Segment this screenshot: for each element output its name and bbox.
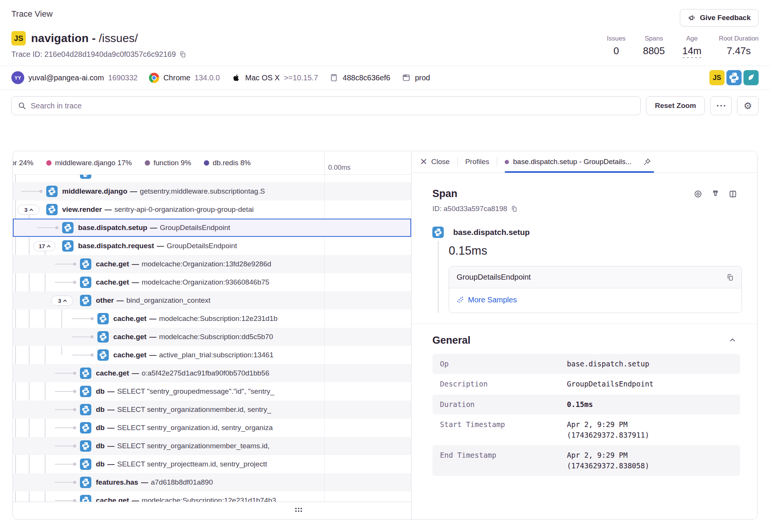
- span-op: cache.get: [113, 351, 147, 359]
- chrome-icon: [149, 73, 159, 83]
- more-samples-link[interactable]: More Samples: [457, 296, 517, 304]
- span-description: SELECT sentry_organizationmember_teams.i…: [117, 442, 269, 450]
- span-row[interactable]: 3other—bind_organization_context: [13, 291, 411, 310]
- span-row[interactable]: cache.get—modelcache:Subscription:12e231…: [13, 491, 411, 502]
- stat-label: Root Duration: [719, 35, 759, 42]
- avatar: YY: [11, 71, 24, 84]
- span-id: ID: a50d33a597ca8198: [432, 205, 507, 213]
- active-span-tab[interactable]: base.dispatch.setup - GroupDetails...: [505, 155, 654, 169]
- legend-item-db-redis[interactable]: db.redis 8%: [204, 159, 250, 167]
- span-row[interactable]: db—SELECT sentry_projectteam.id, sentry_…: [13, 455, 411, 473]
- span-row[interactable]: cache.get—modelcache:Organization:936608…: [13, 273, 411, 291]
- focus-icon[interactable]: [693, 189, 703, 199]
- collapse-badge[interactable]: 17: [33, 241, 55, 251]
- span-row[interactable]: db—SELECT "sentry_groupedmessage"."id", …: [13, 382, 411, 401]
- copy-icon[interactable]: [511, 205, 518, 212]
- legend-item-or[interactable]: or 24%: [13, 159, 33, 167]
- span-row-content: 3view.render—sentry-api-0-organization-g…: [13, 200, 324, 219]
- tree-connector-line: [72, 318, 92, 319]
- python-icon: [80, 175, 91, 179]
- legend-item-function[interactable]: function 9%: [145, 159, 191, 167]
- span-op: base.dispatch.request: [78, 242, 154, 250]
- tree-connector-line: [55, 373, 75, 374]
- tree-connector-line: [55, 264, 75, 264]
- window-icon: [402, 73, 411, 82]
- kv-key: Op: [440, 359, 567, 369]
- span-row[interactable]: cache.get—modelcache:Subscription:dd5c5b…: [13, 328, 411, 346]
- flashlight-icon[interactable]: [711, 189, 720, 199]
- separator: —: [157, 242, 164, 250]
- stat-spans: Spans8805: [643, 35, 665, 58]
- device-info: 488c8c636ef6: [329, 73, 390, 82]
- span-row[interactable]: 17base.dispatch.request—GroupDetailsEndp…: [13, 237, 411, 255]
- legend-label: function 9%: [153, 159, 191, 167]
- tree-connector-dot: [73, 481, 76, 484]
- search-input[interactable]: [31, 102, 634, 110]
- span-description: a7d618b8df01a890: [151, 478, 213, 487]
- separator: —: [132, 496, 139, 502]
- copy-icon[interactable]: [179, 51, 186, 58]
- span-description: modelcache:Organization:13fd28e9286d: [142, 260, 271, 268]
- javascript-platform-icon: JS: [709, 70, 725, 85]
- pin-icon[interactable]: [640, 155, 654, 169]
- span-row[interactable]: features.has—a7d618b8df01a890: [13, 473, 411, 491]
- drag-handle-icon[interactable]: [295, 508, 303, 513]
- os-info: Mac OS X >=10.15.7: [231, 73, 318, 83]
- collapse-badge[interactable]: 3: [17, 205, 39, 215]
- stat-value: 0: [613, 45, 619, 57]
- stat-label: Spans: [645, 35, 663, 42]
- span-row[interactable]: base.dispatch.setup—GroupDetailsEndpoint: [13, 219, 411, 237]
- search-box[interactable]: [11, 96, 641, 115]
- tree-connector-line: [55, 282, 75, 283]
- kv-value: Apr 2, 9:29 PM(1743629372.838058): [567, 450, 649, 471]
- span-row[interactable]: 3view.render—sentry-api-0-organization-g…: [13, 200, 411, 219]
- copy-icon[interactable]: [726, 274, 734, 281]
- span-row-content: middleware.django—getsentry.middleware.s…: [13, 182, 324, 200]
- close-tab[interactable]: ✕ Close: [420, 157, 450, 166]
- span-description: SELECT sentry_organization.id, sentry_or…: [117, 424, 273, 432]
- collapse-badge[interactable]: 3: [51, 296, 73, 306]
- reset-zoom-button[interactable]: Reset Zoom: [646, 96, 705, 115]
- span-row-content: 3other—bind_organization_context: [13, 291, 324, 310]
- settings-button[interactable]: ⚙: [737, 96, 759, 115]
- chevron-up-icon[interactable]: [728, 336, 737, 344]
- span-row[interactable]: cache.get—o:a5f42e275d1ac91fba90f0b570d1…: [13, 364, 411, 382]
- python-icon: [80, 477, 91, 488]
- side-panel-icon[interactable]: [728, 189, 737, 199]
- tree-connector-dot: [73, 444, 76, 448]
- legend-label: middleware.django 17%: [55, 159, 132, 167]
- tree-connector-line: [55, 409, 75, 410]
- python-icon: [80, 458, 91, 470]
- stat-value: 14m: [682, 45, 702, 58]
- legend-item-middleware-django[interactable]: middleware.django 17%: [46, 159, 132, 167]
- span-row[interactable]: [13, 175, 411, 182]
- span-row-content: base.dispatch.setup—GroupDetailsEndpoint: [13, 219, 324, 237]
- separator: —: [117, 296, 124, 305]
- kv-row-duration: Duration0.15ms: [432, 394, 740, 415]
- tree-connector-dot: [73, 281, 76, 284]
- span-row[interactable]: middleware.django—getsentry.middleware.s…: [13, 182, 411, 200]
- stat-root-duration: Root Duration7.47s: [719, 35, 759, 58]
- tree-connector-line: [55, 500, 75, 501]
- kv-key: Description: [440, 379, 567, 390]
- more-options-button[interactable]: [710, 96, 732, 115]
- span-op: db: [96, 424, 105, 432]
- span-row[interactable]: db—SELECT sentry_organization.id, sentry…: [13, 419, 411, 437]
- span-row[interactable]: cache.get—modelcache:Organization:13fd28…: [13, 255, 411, 273]
- span-description: SELECT sentry_projectteam.id, sentry_pro…: [117, 460, 267, 468]
- span-row[interactable]: db—SELECT sentry_organizationmember_team…: [13, 437, 411, 455]
- span-row[interactable]: cache.get—modelcache:Subscription:12e231…: [13, 310, 411, 328]
- tree-connector-line: [37, 227, 57, 228]
- give-feedback-button[interactable]: Give Feedback: [680, 9, 759, 27]
- span-row[interactable]: cache.get—active_plan_trial:subscription…: [13, 346, 411, 364]
- span-op: middleware.django: [62, 187, 127, 196]
- span-op: cache.get: [113, 333, 147, 341]
- profiles-tab[interactable]: Profiles: [465, 158, 489, 166]
- span-row[interactable]: db—SELECT sentry_organizationmember.id, …: [13, 401, 411, 419]
- ops-breakdown-legend: or 24%middleware.django 17%function 9%db…: [13, 151, 324, 174]
- span-row-content: db—SELECT sentry_projectteam.id, sentry_…: [13, 455, 324, 473]
- separator: —: [107, 405, 114, 414]
- span-row-content: 17base.dispatch.request—GroupDetailsEndp…: [13, 237, 324, 255]
- python-icon: [80, 404, 91, 415]
- python-icon: [62, 222, 74, 233]
